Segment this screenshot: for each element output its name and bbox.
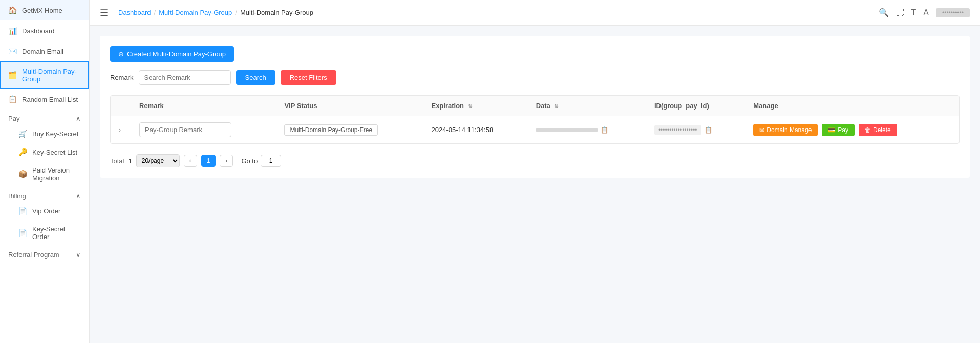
email-icon: ✉️ xyxy=(8,47,17,55)
billing-section[interactable]: Billing ∧ xyxy=(0,187,89,202)
sort-expiration-icon[interactable]: ⇅ xyxy=(468,103,472,109)
sidebar-item-label: Random Email List xyxy=(22,96,78,103)
breadcrumb-sep: / xyxy=(235,9,237,16)
goto-input[interactable] xyxy=(261,155,281,167)
section-label: Billing xyxy=(8,192,26,200)
chevron-up-icon: ∧ xyxy=(76,192,81,200)
page-content: ⊕ Created Multi-Domain Pay-Group Remark … xyxy=(90,26,980,343)
section-label: Pay xyxy=(8,115,19,122)
data-table: Remark VIP Status Expiration ⇅ Data ⇅ ID… xyxy=(110,95,960,144)
pay-section[interactable]: Pay ∧ xyxy=(0,110,89,124)
pagination: Total 1 20/page 50/page 100/page ‹ 1 › G… xyxy=(110,154,960,167)
plus-circle-icon: ⊕ xyxy=(118,50,124,58)
col-expand xyxy=(111,96,131,116)
dashboard-icon: 📊 xyxy=(8,27,17,35)
table-row: › Multi-Domain Pay-Group-Free 2024-05-14… xyxy=(111,116,959,144)
domain-manage-button[interactable]: ✉ Domain Manage xyxy=(753,124,818,136)
goto-label: Go to xyxy=(241,157,258,165)
col-remark: Remark xyxy=(131,96,276,116)
sidebar-item-domain-email[interactable]: ✉️ Domain Email xyxy=(0,41,89,61)
sidebar-item-label: Key-Secret Order xyxy=(32,225,81,241)
col-data: Data ⇅ xyxy=(528,96,646,116)
sort-data-icon[interactable]: ⇅ xyxy=(554,103,558,109)
order-icon: 📄 xyxy=(18,229,27,237)
hamburger-icon[interactable]: ☰ xyxy=(100,7,108,18)
sidebar-item-getmx-home[interactable]: 🏠 GetMX Home xyxy=(0,0,89,20)
sidebar-item-label: Key-Secret List xyxy=(32,148,77,156)
next-page-button[interactable]: › xyxy=(220,155,233,167)
home-icon: 🏠 xyxy=(8,6,17,14)
delete-button[interactable]: 🗑 Delete xyxy=(859,124,897,136)
total-count: 1 xyxy=(128,157,132,165)
remark-label: Remark xyxy=(110,74,134,81)
data-bar: 📋 xyxy=(536,126,638,134)
package-icon: 📦 xyxy=(18,170,27,178)
sidebar-item-key-secret-order[interactable]: 📄 Key-Secret Order xyxy=(0,220,89,246)
col-id: ID(group_pay_id) xyxy=(646,96,745,116)
data-bar-visual xyxy=(536,128,598,132)
section-label: Referral Program xyxy=(8,251,59,259)
pay-icon: 💳 xyxy=(828,126,836,134)
delete-label: Delete xyxy=(873,126,891,134)
sidebar-item-label: Dashboard xyxy=(22,27,55,35)
search-input[interactable] xyxy=(139,70,231,85)
create-button[interactable]: ⊕ Created Multi-Domain Pay-Group xyxy=(110,46,234,62)
header-left: ☰ Dashboard / Multi-Domain Pay-Group / M… xyxy=(100,7,313,18)
col-vip-status: VIP Status xyxy=(276,96,423,116)
main-content: ☰ Dashboard / Multi-Domain Pay-Group / M… xyxy=(90,0,980,343)
breadcrumb: Dashboard / Multi-Domain Pay-Group / Mul… xyxy=(118,9,313,16)
sidebar-item-label: Buy Key-Secret xyxy=(32,130,78,138)
sidebar-item-random-email-list[interactable]: 📋 Random Email List xyxy=(0,89,89,110)
total-label: Total xyxy=(110,157,124,165)
sidebar-item-paid-version-migration[interactable]: 📦 Paid Version Migration xyxy=(0,161,89,187)
order-icon: 📄 xyxy=(18,207,27,215)
data-copy-icon[interactable]: 📋 xyxy=(601,126,608,134)
sidebar-item-label: GetMX Home xyxy=(22,7,62,14)
filter-bar: Remark Search Reset Filters xyxy=(110,70,960,85)
action-buttons: ✉ Domain Manage 💳 Pay 🗑 xyxy=(753,124,951,136)
sidebar-item-buy-key-secret[interactable]: 🛒 Buy Key-Secret xyxy=(0,124,89,143)
font-icon[interactable]: T xyxy=(911,8,917,17)
sidebar-item-vip-order[interactable]: 📄 Vip Order xyxy=(0,202,89,220)
sidebar-item-multi-domain-pay-group[interactable]: 🗂️ Multi-Domain Pay-Group xyxy=(0,61,89,89)
sidebar-item-label: Domain Email xyxy=(22,48,63,55)
sidebar-item-dashboard[interactable]: 📊 Dashboard xyxy=(0,20,89,41)
search-icon[interactable]: 🔍 xyxy=(879,8,889,17)
copy-icon[interactable]: 📋 xyxy=(705,126,712,134)
search-button[interactable]: Search xyxy=(236,70,275,85)
sidebar-item-key-secret-list[interactable]: 🔑 Key-Secret List xyxy=(0,143,89,161)
breadcrumb-dashboard[interactable]: Dashboard xyxy=(118,9,151,16)
breadcrumb-current: Multi-Domain Pay-Group xyxy=(240,9,313,16)
email-manage-icon: ✉ xyxy=(759,126,764,134)
top-bar: ⊕ Created Multi-Domain Pay-Group xyxy=(110,46,960,62)
reset-filters-button[interactable]: Reset Filters xyxy=(281,70,336,85)
sidebar-item-label: Multi-Domain Pay-Group xyxy=(22,68,79,83)
expand-button[interactable]: › xyxy=(119,126,121,134)
prev-page-button[interactable]: ‹ xyxy=(184,155,197,167)
col-manage: Manage xyxy=(745,96,959,116)
page-1-button[interactable]: 1 xyxy=(201,155,216,167)
breadcrumb-multi-domain[interactable]: Multi-Domain Pay-Group xyxy=(159,9,232,16)
fullscreen-icon[interactable]: ⛶ xyxy=(896,8,904,17)
delete-icon: 🗑 xyxy=(865,126,871,134)
translate-icon[interactable]: A xyxy=(923,8,929,17)
expiration-value: 2024-05-14 11:34:58 xyxy=(431,126,493,134)
pay-button[interactable]: 💳 Pay xyxy=(822,124,855,136)
create-button-label: Created Multi-Domain Pay-Group xyxy=(127,50,226,58)
col-expiration: Expiration ⇅ xyxy=(423,96,527,116)
key-icon: 🔑 xyxy=(18,148,27,156)
chevron-up-icon: ∧ xyxy=(76,115,81,122)
user-avatar[interactable]: •••••••••• xyxy=(936,8,970,17)
remark-input[interactable] xyxy=(139,122,231,137)
referral-section[interactable]: Referral Program ∨ xyxy=(0,246,89,261)
sidebar-item-label: Vip Order xyxy=(32,207,60,215)
header-right: 🔍 ⛶ T A •••••••••• xyxy=(879,8,970,17)
domain-manage-label: Domain Manage xyxy=(766,126,812,134)
header: ☰ Dashboard / Multi-Domain Pay-Group / M… xyxy=(90,0,980,26)
vip-status-badge: Multi-Domain Pay-Group-Free xyxy=(284,124,378,136)
page-size-select[interactable]: 20/page 50/page 100/page xyxy=(136,154,180,167)
breadcrumb-sep: / xyxy=(154,9,156,16)
folder-icon: 🗂️ xyxy=(8,71,17,79)
cart-icon: 🛒 xyxy=(18,130,27,138)
page-goto: Go to xyxy=(241,155,281,167)
